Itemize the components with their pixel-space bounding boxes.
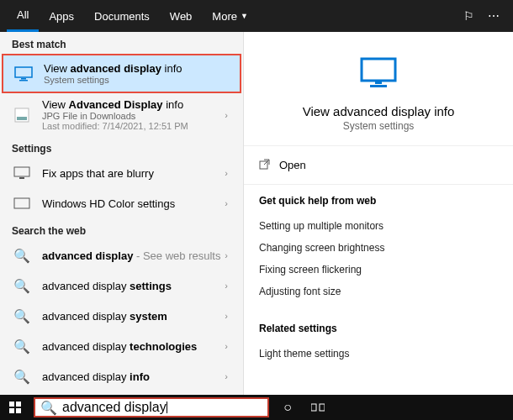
quick-help-link[interactable]: Changing screen brightness	[259, 237, 498, 259]
chevron-right-icon: ›	[221, 250, 231, 260]
svg-rect-15	[9, 408, 14, 413]
preview-title: View advanced display info	[257, 104, 500, 118]
svg-rect-16	[16, 408, 21, 413]
quick-help-link[interactable]: Adjusting font size	[259, 281, 498, 302]
results-panel: Best match View advanced display info Sy…	[0, 32, 244, 395]
result-subtitle: System settings	[44, 75, 230, 85]
chevron-right-icon: ›	[221, 110, 231, 120]
svg-rect-17	[311, 404, 316, 411]
search-icon: 🔍	[12, 276, 32, 296]
result-subtitle: JPG File in Downloads	[42, 111, 221, 121]
monitor-icon	[13, 64, 34, 84]
quick-help-link[interactable]: Fixing screen flickering	[259, 259, 498, 281]
chevron-right-icon: ›	[221, 371, 231, 381]
result-title: View advanced display info	[44, 62, 230, 75]
monitor-icon	[257, 55, 500, 92]
chevron-right-icon: ›	[221, 198, 231, 208]
web-result[interactable]: 🔍advanced display technologies›	[0, 331, 243, 361]
tab-apps[interactable]: Apps	[39, 0, 84, 32]
svg-rect-13	[9, 402, 14, 407]
svg-rect-5	[14, 167, 29, 176]
chevron-right-icon: ›	[221, 168, 231, 178]
section-search-web: Search the web	[0, 218, 243, 240]
more-options-icon[interactable]: ⋯	[481, 9, 506, 23]
jpg-icon	[12, 105, 32, 125]
section-settings: Settings	[0, 136, 243, 158]
chevron-right-icon: ›	[221, 341, 231, 351]
tab-more[interactable]: More▼	[202, 0, 258, 32]
search-icon: 🔍	[12, 336, 32, 356]
web-result[interactable]: 🔍advanced display settings›	[0, 270, 243, 301]
search-box[interactable]: 🔍 advanced display	[34, 397, 269, 417]
search-icon: 🔍	[12, 306, 32, 326]
related-heading: Related settings	[259, 323, 498, 334]
svg-rect-1	[21, 78, 26, 80]
filter-tabs: All Apps Documents Web More▼ ⚐ ⋯	[0, 0, 513, 32]
section-best-match: Best match	[0, 32, 243, 54]
svg-rect-14	[16, 402, 21, 407]
tab-web[interactable]: Web	[160, 0, 203, 32]
svg-rect-0	[15, 67, 32, 77]
start-button[interactable]	[0, 395, 30, 420]
svg-rect-9	[362, 59, 395, 81]
related-link[interactable]: Light theme settings	[259, 343, 498, 365]
open-action[interactable]: Open	[244, 146, 513, 185]
svg-rect-6	[19, 177, 24, 179]
file-result[interactable]: View Advanced Display info JPG File in D…	[0, 93, 243, 136]
search-icon: 🔍	[40, 400, 57, 416]
search-icon: 🔍	[12, 245, 32, 265]
chevron-down-icon: ▼	[241, 12, 248, 20]
feedback-icon[interactable]: ⚐	[456, 9, 481, 23]
quick-help-link[interactable]: Setting up multiple monitors	[259, 215, 498, 237]
tab-documents[interactable]: Documents	[84, 0, 160, 32]
quick-help-heading: Get quick help from web	[259, 195, 498, 207]
web-result[interactable]: 🔍advanced display system›	[0, 301, 243, 331]
svg-rect-18	[320, 404, 325, 411]
task-view-icon[interactable]	[303, 395, 333, 420]
settings-result[interactable]: Fix apps that are blurry ›	[0, 158, 243, 188]
search-text: advanced display	[62, 400, 167, 415]
svg-rect-2	[19, 80, 28, 81]
monitor-icon	[12, 163, 32, 183]
preview-panel: View advanced display info System settin…	[244, 32, 513, 395]
open-icon	[259, 158, 271, 172]
tab-all[interactable]: All	[7, 0, 39, 32]
web-result[interactable]: 🔍advanced display info›	[0, 361, 243, 391]
svg-rect-11	[370, 85, 387, 87]
svg-rect-7	[14, 198, 29, 208]
result-modified: Last modified: 7/14/2021, 12:51 PM	[42, 121, 221, 131]
preview-subtitle: System settings	[257, 120, 500, 132]
chevron-right-icon: ›	[221, 281, 231, 291]
svg-rect-4	[17, 117, 27, 120]
best-match-result[interactable]: View advanced display info System settin…	[2, 54, 241, 93]
settings-result[interactable]: Windows HD Color settings ›	[0, 188, 243, 218]
taskbar: 🔍 advanced display ○	[0, 395, 513, 420]
search-icon: 🔍	[12, 366, 32, 386]
cortana-icon[interactable]: ○	[272, 395, 303, 420]
svg-rect-10	[375, 81, 382, 84]
chevron-right-icon: ›	[221, 311, 231, 321]
display-color-icon	[12, 193, 32, 213]
result-title: View Advanced Display info	[42, 98, 221, 111]
web-result[interactable]: 🔍advanced display - See web results›	[0, 240, 243, 270]
